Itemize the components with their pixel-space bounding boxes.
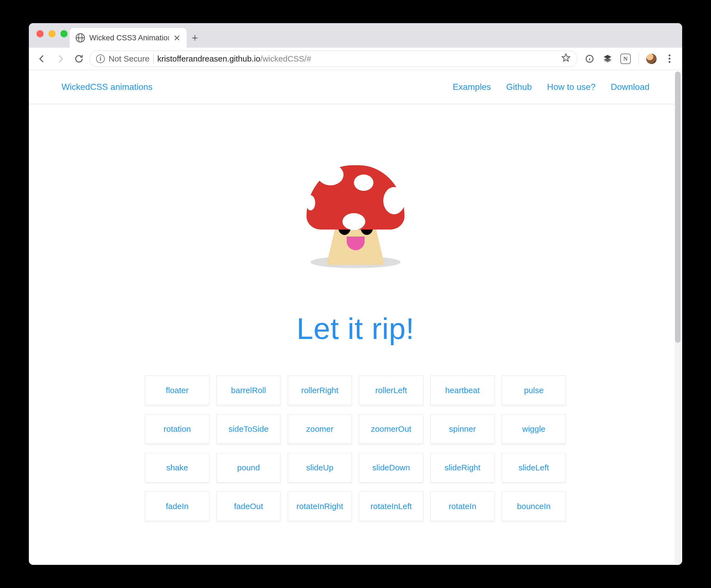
info-extension-icon[interactable] bbox=[584, 53, 595, 64]
anim-button-shake[interactable]: shake bbox=[145, 453, 209, 482]
animation-grid: floaterbarrelRollrollerRightrollerLefthe… bbox=[145, 376, 566, 521]
hero: Let it rip! floaterbarrelRollrollerRight… bbox=[29, 104, 682, 521]
nav-how-to-use[interactable]: How to use? bbox=[547, 82, 596, 92]
anim-button-rotation[interactable]: rotation bbox=[145, 414, 209, 444]
anim-button-pulse[interactable]: pulse bbox=[502, 376, 566, 405]
anim-button-spinner[interactable]: spinner bbox=[430, 414, 495, 444]
anim-button-heartbeat[interactable]: heartbeat bbox=[430, 376, 495, 405]
notion-extension-icon[interactable]: N bbox=[620, 53, 631, 64]
security-status: Not Secure bbox=[109, 54, 149, 63]
url-path: /wickedCSS/# bbox=[260, 54, 311, 63]
anim-button-barrelroll[interactable]: barrelRoll bbox=[216, 376, 281, 405]
tab-strip: Wicked CSS3 Animations + bbox=[29, 23, 682, 48]
anim-button-zoomer[interactable]: zoomer bbox=[288, 414, 352, 444]
anim-button-rotateinright[interactable]: rotateInRight bbox=[288, 492, 352, 521]
close-icon[interactable] bbox=[173, 34, 181, 42]
site-info-icon[interactable]: i bbox=[96, 55, 105, 63]
url-host: kristofferandreasen.github.io bbox=[157, 54, 260, 63]
anim-button-slideright[interactable]: slideRight bbox=[430, 453, 495, 482]
vertical-scrollbar[interactable] bbox=[674, 71, 681, 564]
anim-button-bouncein[interactable]: bounceIn bbox=[502, 492, 566, 521]
anim-button-rollerright[interactable]: rollerRight bbox=[288, 376, 352, 405]
svg-marker-0 bbox=[562, 54, 570, 61]
anim-button-rollerleft[interactable]: rollerLeft bbox=[359, 376, 423, 405]
mushroom-illustration bbox=[304, 161, 407, 270]
separator bbox=[638, 53, 639, 64]
tab-title: Wicked CSS3 Animations bbox=[89, 34, 169, 42]
address-bar[interactable]: i Not Secure kristofferandreasen.github.… bbox=[89, 51, 577, 67]
anim-button-rotateinleft[interactable]: rotateInLeft bbox=[359, 492, 423, 521]
toolbar-right: N bbox=[580, 53, 677, 64]
window-close-button[interactable] bbox=[37, 30, 44, 37]
site-nav: Examples Github How to use? Download bbox=[453, 82, 649, 92]
forward-button[interactable] bbox=[52, 51, 69, 67]
new-tab-button[interactable]: + bbox=[187, 28, 203, 48]
page-viewport: WickedCSS animations Examples Github How… bbox=[29, 70, 682, 565]
url-text: kristofferandreasen.github.io/wickedCSS/… bbox=[157, 54, 311, 63]
chrome-menu-button[interactable] bbox=[664, 53, 674, 64]
nav-download[interactable]: Download bbox=[611, 82, 649, 92]
site-brand[interactable]: WickedCSS animations bbox=[62, 82, 152, 92]
anim-button-slidedown[interactable]: slideDown bbox=[359, 453, 423, 482]
nav-examples[interactable]: Examples bbox=[453, 82, 491, 92]
window-zoom-button[interactable] bbox=[60, 30, 67, 37]
reload-button[interactable] bbox=[71, 51, 87, 67]
anim-button-wiggle[interactable]: wiggle bbox=[502, 414, 566, 444]
browser-tab[interactable]: Wicked CSS3 Animations bbox=[70, 28, 187, 48]
anim-button-floater[interactable]: floater bbox=[145, 376, 209, 405]
anim-button-slideleft[interactable]: slideLeft bbox=[502, 453, 566, 482]
browser-window: Wicked CSS3 Animations + i Not Secure kr… bbox=[29, 23, 682, 565]
browser-toolbar: i Not Secure kristofferandreasen.github.… bbox=[29, 48, 682, 70]
window-controls bbox=[37, 30, 67, 37]
bookmark-star-icon[interactable] bbox=[561, 53, 570, 64]
anim-button-rotatein[interactable]: rotateIn bbox=[430, 492, 495, 521]
scrollbar-thumb[interactable] bbox=[675, 71, 681, 343]
window-minimize-button[interactable] bbox=[48, 30, 56, 37]
profile-avatar[interactable] bbox=[646, 53, 656, 64]
anim-button-sidetoside[interactable]: sideToSide bbox=[216, 414, 281, 444]
anim-button-slideup[interactable]: slideUp bbox=[288, 453, 352, 482]
buffer-extension-icon[interactable] bbox=[602, 53, 613, 64]
anim-button-fadein[interactable]: fadeIn bbox=[145, 492, 209, 521]
back-button[interactable] bbox=[34, 51, 50, 67]
page-headline: Let it rip! bbox=[297, 311, 414, 346]
anim-button-fadeout[interactable]: fadeOut bbox=[216, 492, 281, 521]
site-header: WickedCSS animations Examples Github How… bbox=[29, 70, 682, 104]
anim-button-zoomerout[interactable]: zoomerOut bbox=[359, 414, 423, 444]
anim-button-pound[interactable]: pound bbox=[216, 453, 281, 482]
globe-icon bbox=[76, 33, 85, 42]
stage: Wicked CSS3 Animations + i Not Secure kr… bbox=[0, 0, 711, 588]
nav-github[interactable]: Github bbox=[506, 82, 532, 92]
